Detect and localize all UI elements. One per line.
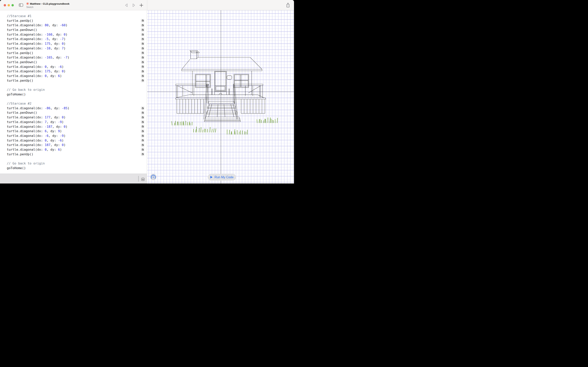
code-line[interactable]: turtle.diagonal(dx: 0, dy: -6)	[0, 65, 147, 69]
grass-blade	[273, 120, 274, 123]
share-button[interactable]	[286, 2, 291, 8]
result-cube-button[interactable]	[141, 106, 144, 110]
toolbar: Matthew - CLD.playgroundbook Sketch	[0, 0, 294, 10]
code-line[interactable]: // Go back to origin	[0, 161, 147, 166]
grass-blade	[260, 119, 260, 123]
code-line[interactable]: turtle.diagonal(dx: -160, dy: 0)	[0, 32, 147, 37]
code-line[interactable]: turtle.penUp()	[0, 152, 147, 157]
code-line[interactable]: turtle.diagonal(dx: 187, dy: 0)	[0, 143, 147, 147]
code-line[interactable]: //Starcase #2	[0, 101, 147, 106]
code-line[interactable]: turtle.diagonal(dx: 6, dy: 9)	[0, 129, 147, 133]
cube-icon	[141, 65, 144, 68]
result-cube-button[interactable]	[141, 74, 144, 78]
collapse-keyboard-button[interactable]	[141, 178, 144, 181]
code-line[interactable]: turtle.diagonal(dx: 175, dy: 0)	[0, 69, 147, 74]
result-cube-button[interactable]	[141, 37, 144, 41]
forward-icon	[131, 3, 136, 8]
result-cube-button[interactable]	[141, 120, 144, 124]
cube-icon	[141, 121, 144, 124]
result-cube-button[interactable]	[141, 28, 144, 32]
code-line[interactable]: turtle.diagonal(dx: -6, dy: -9)	[0, 133, 147, 138]
code-line[interactable]: turtle.diagonal(dx: 175, dy: 0)	[0, 42, 147, 46]
grass-blade	[264, 120, 264, 123]
code-line[interactable]: turtle.penUp()	[0, 18, 147, 23]
grass-blade	[188, 122, 188, 125]
cube-icon	[141, 24, 144, 27]
result-cube-button[interactable]	[141, 111, 144, 115]
result-cube-button[interactable]	[141, 60, 144, 64]
code-line[interactable]	[0, 97, 147, 101]
grass-blade	[265, 119, 266, 123]
result-cube-button[interactable]	[141, 139, 144, 142]
code-line[interactable]: turtle.diagonal(dx: -86, dy: -85)	[0, 106, 147, 111]
add-page-button[interactable]	[139, 3, 144, 8]
code-line[interactable]: turtle.diagonal(dx: 0, dy: 6)	[0, 147, 147, 152]
grass-blade	[183, 121, 184, 125]
cube-icon	[141, 56, 144, 59]
result-cube-button[interactable]	[141, 116, 144, 119]
code-line[interactable]: turtle.diagonal(dx: -10, dy: 7)	[0, 46, 147, 51]
cube-icon	[141, 111, 144, 114]
close-button[interactable]	[4, 4, 6, 6]
result-cube-button[interactable]	[141, 79, 144, 83]
cube-icon	[141, 153, 144, 156]
code-line[interactable]	[0, 157, 147, 161]
code-line[interactable]: turtle.diagonal(dx: -5, dy: -7)	[0, 37, 147, 42]
code-line[interactable]: turtle.diagonal(dx: 7, dy: -9)	[0, 120, 147, 125]
cube-icon	[141, 19, 144, 22]
result-cube-button[interactable]	[141, 46, 144, 50]
result-cube-button[interactable]	[141, 134, 144, 138]
sidebar-toggle-icon[interactable]	[19, 3, 23, 7]
result-cube-button[interactable]	[141, 125, 144, 128]
code-line[interactable]: goToHome()	[0, 166, 147, 170]
grass-blade	[213, 128, 214, 132]
turtle-home-marker	[219, 93, 222, 95]
grass-blade	[186, 121, 186, 125]
grass-blade	[183, 122, 183, 125]
code-line[interactable]: turtle.penDown()	[0, 60, 147, 65]
speed-control-button[interactable]	[150, 174, 157, 180]
code-line[interactable]: //Starcase #1	[0, 14, 147, 18]
result-cube-button[interactable]	[141, 33, 144, 36]
code-line[interactable]: turtle.diagonal(dx: -165, dy: -7)	[0, 55, 147, 60]
result-cube-button[interactable]	[141, 143, 144, 147]
code-line[interactable]: turtle.diagonal(dx: 0, dy: 6)	[0, 74, 147, 78]
result-cube-button[interactable]	[141, 56, 144, 59]
code-line[interactable]: turtle.penDown()	[0, 28, 147, 32]
result-cube-button[interactable]	[141, 148, 144, 151]
grass-blade	[174, 123, 175, 125]
cube-icon	[141, 125, 144, 128]
zoom-button[interactable]	[11, 4, 14, 6]
run-my-code-button[interactable]: Run My Code	[208, 174, 236, 181]
result-cube-button[interactable]	[141, 129, 144, 133]
code-line[interactable]: turtle.penDown()	[0, 110, 147, 115]
back-button[interactable]	[124, 3, 129, 8]
code-line[interactable]: goToHome()	[0, 92, 147, 97]
code-line[interactable]: turtle.penUp()	[0, 51, 147, 55]
code-line[interactable]: turtle.diagonal(dx: 0, dy: -6)	[0, 138, 147, 143]
result-cube-button[interactable]	[141, 19, 144, 23]
result-cube-button[interactable]	[141, 70, 144, 73]
swift-file-icon	[26, 2, 29, 6]
code-line[interactable]: turtle.diagonal(dx: 80, dy: -60)	[0, 23, 147, 28]
grass-blade	[271, 119, 271, 123]
result-cube-button[interactable]	[141, 152, 144, 156]
result-cube-button[interactable]	[141, 24, 144, 27]
result-cube-button[interactable]	[141, 65, 144, 69]
minimize-button[interactable]	[8, 4, 10, 6]
code-line[interactable]: turtle.diagonal(dx: 177, dy: 0)	[0, 115, 147, 120]
live-view-canvas[interactable]: Run My Code	[147, 10, 294, 184]
code-editor[interactable]: //Starcase #1turtle.penUp() turtle.diago…	[0, 10, 147, 174]
code-line[interactable]: // Go back to origin	[0, 87, 147, 92]
result-cube-button[interactable]	[141, 51, 144, 55]
grass-blade	[257, 120, 257, 123]
code-line[interactable]: turtle.penUp()	[0, 78, 147, 83]
grass-blade	[190, 123, 190, 125]
code-line[interactable]	[0, 83, 147, 87]
grass-blade	[189, 122, 190, 125]
code-line[interactable]: turtle.diagonal(dx: -187, dy: 0)	[0, 125, 147, 129]
run-button-label: Run My Code	[214, 175, 234, 179]
grass-blade	[182, 122, 182, 125]
result-cube-button[interactable]	[141, 42, 144, 45]
forward-button[interactable]	[131, 3, 136, 8]
